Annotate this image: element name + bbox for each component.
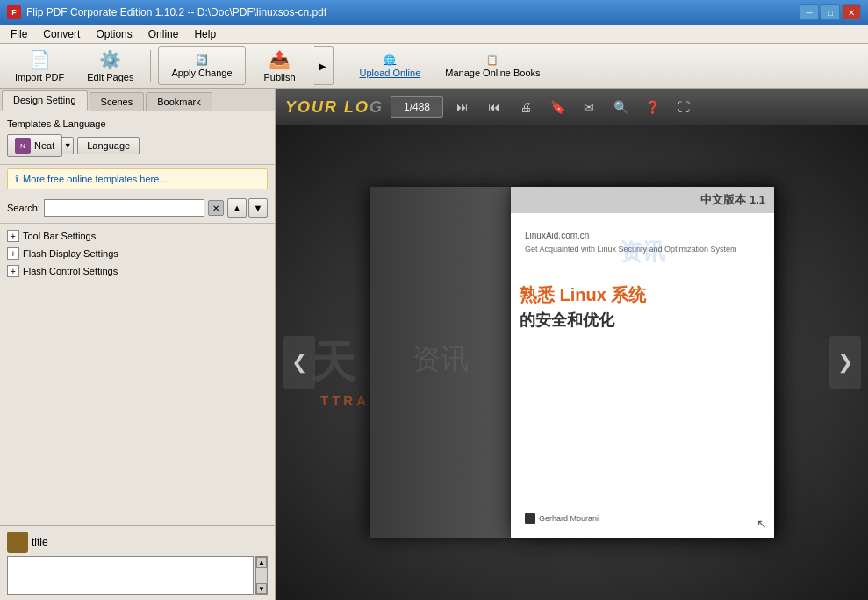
import-pdf-label: Import PDF	[15, 72, 64, 82]
template-thumbnail-icon: N	[15, 138, 31, 154]
book-area: ❮ 天 天 TTRAR.COM 资讯 中文版本 1.1	[276, 125, 868, 600]
manage-books-icon: 📋	[486, 54, 499, 66]
maximize-button[interactable]: □	[821, 4, 840, 20]
book-container: 资讯 中文版本 1.1 LinuxAid.com.cn Get Acquaint…	[370, 187, 774, 538]
settings-tree-scroll[interactable]: + Tool Bar Settings + Flash Display Sett…	[0, 224, 275, 525]
close-button[interactable]: ✕	[842, 4, 861, 20]
import-pdf-button[interactable]: 📄 Import PDF	[5, 46, 74, 85]
template-dropdown-arrow[interactable]: ▼	[61, 137, 74, 154]
templates-section: Templates & Language N Neat ▼ Language	[0, 111, 275, 165]
orange-title-line2: 的安全和优化	[520, 310, 765, 331]
search-viewer-button[interactable]: 🔍	[608, 95, 633, 119]
publish-button[interactable]: 📤 Publish	[249, 46, 311, 85]
menu-file[interactable]: File	[4, 26, 34, 42]
cursor-indicator: ↖	[757, 517, 767, 531]
publish-icon: 📤	[269, 49, 291, 70]
left-panel: Design Setting Scenes Bookmark Templates…	[0, 89, 276, 600]
viewer-logo: YOUR LOG	[285, 98, 384, 117]
edit-pages-button[interactable]: ⚙️ Edit Pages	[77, 46, 143, 85]
fast-forward-button[interactable]: ⏭	[450, 95, 475, 119]
textarea-container: ▲ ▼	[7, 556, 268, 595]
viewer-panel: YOUR LOG ⏭ ⏮ 🖨 🔖 ✉ 🔍 ❓ ⛶ ❮ 天 天 TTRAR.COM	[276, 89, 868, 600]
search-prev-button[interactable]: ▲	[227, 198, 247, 218]
toolbar-separator-2	[341, 50, 341, 82]
tree-label-flash-control: Flash Control Settings	[23, 266, 118, 276]
main-layout: Design Setting Scenes Bookmark Templates…	[0, 89, 868, 600]
tree-expand-toolbar[interactable]: +	[7, 230, 19, 242]
apply-change-button[interactable]: 🔄 Apply Change	[158, 46, 245, 85]
tab-design-setting[interactable]: Design Setting	[2, 90, 88, 111]
menu-convert[interactable]: Convert	[36, 26, 87, 42]
title-bar: F Flip PDF Corporate Edition 1.10.2 -- D…	[0, 0, 868, 25]
tree-item-flash-display[interactable]: + Flash Display Settings	[0, 245, 275, 262]
panel-tabs: Design Setting Scenes Bookmark	[0, 89, 275, 111]
print-button[interactable]: 🖨	[513, 95, 538, 119]
page-number-input[interactable]	[391, 96, 443, 118]
search-label: Search:	[7, 203, 40, 213]
manage-online-books-button[interactable]: 📋 Manage Online Books	[435, 46, 549, 85]
search-clear-button[interactable]: ✕	[208, 200, 224, 216]
tree-expand-flash-control[interactable]: +	[7, 265, 19, 277]
tree-item-flash-control[interactable]: + Flash Control Settings	[0, 262, 275, 280]
search-buttons: ▲ ▼	[227, 198, 268, 218]
app-icon: F	[7, 5, 21, 19]
book-big-title-area: 资讯	[520, 239, 765, 265]
menu-options[interactable]: Options	[89, 26, 139, 42]
author-name: Gerhard Mourani	[539, 514, 599, 523]
publish-dropdown-button[interactable]: ▶	[314, 46, 334, 85]
minimize-button[interactable]: ─	[800, 4, 819, 20]
tab-bookmark[interactable]: Bookmark	[146, 92, 212, 111]
book-header-bar: 中文版本 1.1	[511, 187, 774, 213]
search-next-button[interactable]: ▼	[248, 198, 268, 218]
import-pdf-icon: 📄	[29, 49, 51, 70]
bookmark-button[interactable]: 🔖	[545, 95, 570, 119]
menu-help[interactable]: Help	[187, 26, 223, 42]
upload-online-label: Upload Online	[360, 68, 421, 78]
bottom-title-text: title	[32, 536, 48, 548]
toolbar: 📄 Import PDF ⚙️ Edit Pages 🔄 Apply Chang…	[0, 44, 868, 89]
edit-pages-icon: ⚙️	[99, 49, 121, 70]
settings-tree: + Tool Bar Settings + Flash Display Sett…	[0, 224, 275, 283]
last-page-button[interactable]: ⏮	[482, 95, 506, 119]
tree-expand-flash-display[interactable]: +	[7, 247, 19, 260]
book-page-content: LinuxAid.com.cn Get Acquainted with Linu…	[511, 213, 774, 538]
template-select-button[interactable]: N Neat	[7, 134, 62, 157]
template-name-label: Neat	[34, 140, 54, 151]
bottom-panel-icon	[7, 532, 28, 553]
bottom-textarea[interactable]	[7, 556, 254, 595]
bottom-title-row: title	[7, 532, 268, 553]
scroll-arrow-down[interactable]: ▼	[256, 583, 267, 594]
watermark-char-1: 天	[312, 333, 355, 392]
big-title-ch1: 资讯	[620, 239, 665, 265]
window-controls: ─ □ ✕	[800, 4, 861, 20]
prev-page-arrow[interactable]: ❮	[283, 336, 315, 389]
book-author-area: Gerhard Mourani	[525, 513, 599, 524]
viewer-toolbar: YOUR LOG ⏭ ⏮ 🖨 🔖 ✉ 🔍 ❓ ⛶	[276, 89, 868, 125]
search-input[interactable]	[44, 199, 204, 217]
templates-label: Templates & Language	[7, 118, 268, 129]
next-page-arrow[interactable]: ❯	[829, 336, 861, 389]
tree-item-toolbar[interactable]: + Tool Bar Settings	[0, 227, 275, 245]
scroll-track	[256, 568, 267, 583]
title-bar-text: Flip PDF Corporate Edition 1.10.2 -- D:\…	[26, 6, 326, 18]
menu-online[interactable]: Online	[141, 26, 186, 42]
menu-bar: File Convert Options Online Help	[0, 25, 868, 44]
fullscreen-button[interactable]: ⛶	[671, 95, 696, 119]
online-templates-link[interactable]: ℹ More free online templates here...	[7, 168, 268, 189]
tree-label-flash-display: Flash Display Settings	[23, 248, 118, 259]
upload-online-button[interactable]: 🌐 Upload Online	[348, 46, 433, 85]
textarea-scrollbar[interactable]: ▲ ▼	[255, 556, 268, 595]
tab-scenes[interactable]: Scenes	[90, 92, 145, 111]
apply-change-icon: 🔄	[196, 54, 208, 66]
language-label: Language	[87, 140, 130, 151]
language-button[interactable]: Language	[77, 137, 140, 154]
online-templates-text: More free online templates here...	[23, 174, 167, 184]
manage-books-label: Manage Online Books	[445, 68, 540, 78]
scroll-arrow-up[interactable]: ▲	[256, 557, 267, 568]
info-icon: ℹ	[15, 173, 19, 185]
help-button[interactable]: ❓	[640, 95, 664, 119]
book-left-page: 资讯	[370, 187, 511, 538]
email-button[interactable]: ✉	[577, 95, 601, 119]
edit-pages-label: Edit Pages	[87, 72, 133, 82]
orange-title-section: 熟悉 Linux 系统 的安全和优化	[520, 283, 765, 331]
